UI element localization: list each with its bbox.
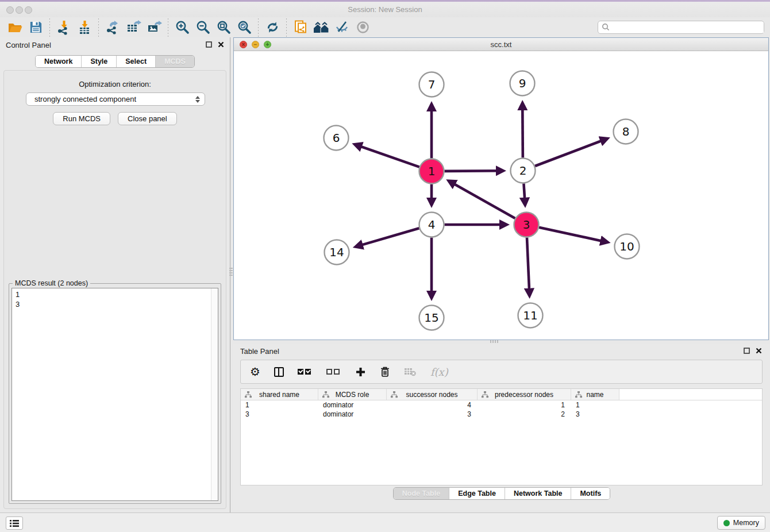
close-panel-icon[interactable]: [218, 41, 224, 48]
first-neighbors-button[interactable]: [311, 18, 332, 37]
import-network-button[interactable]: [53, 18, 74, 37]
tab-select[interactable]: Select: [116, 56, 155, 67]
table-cell[interactable]: 1: [571, 400, 619, 410]
zoom-in-button[interactable]: [172, 18, 192, 37]
new-network-from-selection-button[interactable]: [290, 18, 311, 37]
import-table-button[interactable]: [74, 18, 95, 37]
tab-style[interactable]: Style: [81, 56, 116, 67]
zoom-selected-button[interactable]: [234, 18, 255, 37]
export-network-icon: [105, 20, 120, 35]
table-cell[interactable]: 3: [571, 410, 619, 419]
table-settings-button[interactable]: ⚙: [250, 366, 260, 377]
table-cell[interactable]: 1: [241, 400, 318, 410]
network-graph[interactable]: 7968124314101511: [234, 51, 768, 340]
table-cell[interactable]: 2: [478, 410, 571, 419]
show-all-button[interactable]: [352, 18, 373, 37]
zoom-out-button[interactable]: [192, 18, 213, 37]
export-network-button[interactable]: [102, 18, 123, 37]
search-field[interactable]: [598, 21, 764, 34]
table-splitter-grip[interactable]: [490, 340, 499, 343]
close-table-panel-icon[interactable]: [756, 348, 762, 354]
column-header-successor-nodes[interactable]: successor nodes: [387, 389, 478, 400]
edge-1-6[interactable]: [355, 144, 419, 167]
table-cell[interactable]: 3: [241, 410, 318, 419]
table-cell[interactable]: 1: [478, 400, 571, 410]
column-header-MCDS-role[interactable]: MCDS role: [318, 389, 387, 400]
open-folder-icon: [7, 20, 22, 35]
optimization-criterion-dropdown[interactable]: strongly connected component: [26, 92, 205, 106]
add-column-button[interactable]: [355, 367, 366, 377]
export-table-button[interactable]: [123, 18, 144, 37]
edge-1-2[interactable]: [444, 171, 503, 171]
export-image-button[interactable]: [144, 18, 164, 37]
open-session-button[interactable]: [5, 18, 25, 37]
apply-layout-button[interactable]: [262, 18, 283, 37]
tab-mcds[interactable]: MCDS: [155, 56, 194, 67]
mcds-result-text[interactable]: 1 3: [11, 288, 218, 501]
deselect-all-button[interactable]: [326, 367, 341, 377]
table-cell[interactable]: 3: [387, 410, 478, 419]
houses-icon: [313, 20, 330, 35]
tab-node-table[interactable]: Node Table: [394, 488, 449, 499]
run-mcds-button[interactable]: Run MCDS: [53, 112, 110, 125]
panel-splitter-grip[interactable]: [229, 268, 233, 277]
tab-edge-table[interactable]: Edge Table: [449, 488, 505, 499]
memory-button[interactable]: Memory: [717, 516, 765, 530]
edge-3-10[interactable]: [539, 228, 607, 242]
graph-node-3[interactable]: 3: [514, 213, 539, 237]
statusbar: Memory: [0, 512, 770, 532]
graph-node-9[interactable]: 9: [510, 71, 535, 96]
node-table[interactable]: shared nameMCDS rolesuccessor nodesprede…: [240, 388, 763, 485]
tab-network[interactable]: Network: [36, 56, 81, 67]
graph-node-14[interactable]: 14: [325, 240, 349, 265]
mcds-result-groupbox: MCDS result (2 nodes) 1 3: [9, 283, 221, 504]
table-tabs: Node TableEdge TableNetwork TableMotifs: [393, 487, 611, 500]
graph-node-10[interactable]: 10: [615, 234, 640, 259]
toolbar-separator: [286, 18, 287, 37]
edge-2-9[interactable]: [522, 103, 523, 157]
column-header-predecessor-nodes[interactable]: predecessor nodes: [478, 389, 571, 400]
show-columns-button[interactable]: [274, 367, 284, 377]
column-header-name[interactable]: name: [571, 389, 619, 400]
hide-selected-button[interactable]: [332, 18, 352, 37]
export-table-icon: [126, 20, 141, 35]
table-cell[interactable]: dominator: [318, 400, 387, 410]
delete-column-button[interactable]: [380, 366, 390, 377]
column-header-shared-name[interactable]: shared name: [241, 389, 318, 400]
graph-node-6[interactable]: 6: [324, 126, 349, 151]
result-scrollbar[interactable]: [211, 288, 218, 500]
graph-node-2[interactable]: 2: [511, 159, 536, 183]
task-history-button[interactable]: [6, 516, 23, 530]
save-session-button[interactable]: [25, 18, 46, 37]
edge-4-14[interactable]: [356, 228, 419, 246]
edge-3-1[interactable]: [449, 181, 515, 218]
graph-node-1[interactable]: 1: [419, 159, 444, 184]
tab-network-table[interactable]: Network Table: [505, 488, 571, 499]
network-window-titlebar: × − + scc.txt: [234, 38, 768, 51]
select-all-button[interactable]: [298, 367, 313, 377]
edge-2-3[interactable]: [523, 183, 525, 205]
close-panel-button[interactable]: Close panel: [118, 112, 177, 125]
edge-2-8[interactable]: [535, 138, 607, 166]
graph-node-11[interactable]: 11: [518, 303, 543, 328]
optimization-criterion-label: Optimization criterion:: [4, 80, 226, 88]
table-row[interactable]: 1dominator411: [241, 400, 762, 410]
graph-node-7[interactable]: 7: [419, 72, 444, 97]
graph-node-15[interactable]: 15: [419, 306, 444, 330]
tab-motifs[interactable]: Motifs: [571, 488, 610, 499]
function-builder-button[interactable]: f(x): [430, 366, 448, 378]
table-row[interactable]: 3dominator323: [241, 410, 762, 419]
table-cell[interactable]: dominator: [318, 410, 387, 419]
graph-node-8[interactable]: 8: [614, 119, 638, 144]
table-cell[interactable]: 4: [387, 400, 478, 410]
hierarchy-icon: [482, 391, 488, 398]
network-canvas[interactable]: 7968124314101511: [234, 51, 768, 340]
float-table-panel-icon[interactable]: [744, 348, 750, 354]
edge-3-11[interactable]: [527, 237, 529, 295]
refresh-icon: [265, 20, 280, 34]
float-panel-icon[interactable]: [206, 41, 212, 48]
zoom-fit-button[interactable]: [213, 18, 234, 37]
control-panel-title: Control Panel: [6, 41, 51, 49]
search-input[interactable]: [610, 22, 764, 33]
graph-node-4[interactable]: 4: [419, 213, 444, 237]
